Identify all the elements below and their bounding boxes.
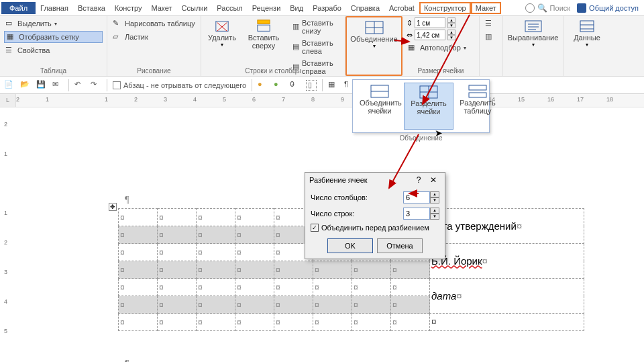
table-cell[interactable]: ¤ [430,314,584,331]
cols-down[interactable]: ▼ [430,197,439,203]
menu-home[interactable]: Главная [36,2,73,14]
table-cell[interactable]: ¤ [158,261,197,279]
menu-file[interactable]: Файл [1,2,36,14]
table-cell[interactable]: ¤ [352,261,391,279]
approval-cell[interactable]: ента утверждений¤ [430,209,584,244]
table-cell[interactable]: ¤ [197,261,235,279]
height-up[interactable]: ▲ [447,17,455,23]
table-cell[interactable]: ¤ [158,314,197,331]
table-move-handle[interactable]: ✥ [109,203,117,211]
merge-cells-button[interactable]: Объединить ячейки [356,83,404,130]
merge-dropdown[interactable]: Объединение ▾ [351,19,397,50]
table-cell[interactable]: ¤ [391,314,430,331]
table-cell[interactable]: ¤ [158,209,197,226]
table-cell[interactable]: ¤ [235,296,274,314]
table-cell[interactable]: ¤ [274,296,313,314]
table-cell[interactable]: ¤ [158,226,197,244]
table-cell[interactable]: ¤ [119,209,158,226]
merge-before-checkbox[interactable]: ✓ Объединить перед разбиением [311,224,439,232]
width-down[interactable]: ▼ [447,35,455,40]
qat-undo-icon[interactable]: ↶ [74,80,85,91]
share-button[interactable]: Общий доступ [573,2,643,14]
dist-rows-button[interactable]: ☰ [484,17,498,30]
width-up[interactable]: ▲ [447,30,455,35]
table-cell[interactable]: ¤ [391,261,430,279]
dialog-close-button[interactable]: ✕ [426,175,441,185]
table-cell[interactable]: ¤ [158,296,197,314]
table-cell[interactable]: ¤ [313,279,352,296]
table-cell[interactable]: ¤ [352,279,391,296]
menu-help[interactable]: Справка [346,2,384,14]
insert-top-button[interactable]: Вставить сверху [241,17,286,51]
qat-redo-icon[interactable]: ↷ [91,80,101,91]
split-cells-button[interactable]: Разделить ячейки [404,83,453,130]
table-cell[interactable]: ¤ [197,209,235,226]
width-input[interactable] [415,30,445,40]
alignment-dropdown[interactable]: Выравнивание ▾ [507,17,559,49]
qat-new-icon[interactable]: 📄 [4,80,15,91]
dist-cols-button[interactable]: ▥ [484,31,498,43]
select-button[interactable]: ▭Выделить▾ [4,17,103,30]
menu-table-layout[interactable]: Макет [471,2,501,14]
table-cell[interactable]: ¤ [235,226,274,244]
name-cell[interactable]: Б.Й. Йорик¤ [430,244,584,279]
menu-dev[interactable]: Разрабо [308,2,346,14]
split-table-button[interactable]: Разделить таблицу [453,83,502,130]
autofit-button[interactable]: ▦Автоподбор▾ [407,42,475,54]
table-cell[interactable]: ¤ [235,279,274,296]
delete-button[interactable]: Удалить ▾ [205,17,239,49]
table-cell[interactable]: ¤ [235,261,274,279]
qat-field-lock[interactable]: ▯ [306,80,317,91]
table-cell[interactable]: ¤ [274,314,313,331]
table-cell[interactable]: ¤ [352,314,391,331]
cols-input[interactable] [403,191,430,203]
dialog-titlebar[interactable]: Разбиение ячеек ? ✕ [305,173,445,187]
table-cell[interactable]: ¤ [313,296,352,314]
qat-save-icon[interactable]: 💾 [36,80,47,91]
menu-view[interactable]: Вид [285,2,308,14]
table-cell[interactable]: ¤ [197,226,235,244]
qat-mail-icon[interactable]: ✉ [52,80,63,91]
menu-insert[interactable]: Вставка [73,2,110,14]
table-cell[interactable]: ¤ [391,279,430,296]
search-icon[interactable]: 🔍 [537,3,547,13]
qat-table-icon[interactable]: ▦ [328,80,339,91]
table-cell[interactable]: ¤ [119,261,158,279]
rows-input[interactable] [403,208,430,220]
menu-table-design[interactable]: Конструктор [419,2,471,14]
table-cell[interactable]: ¤ [352,296,391,314]
menu-mailings[interactable]: Рассыл [212,2,247,14]
draw-table-button[interactable]: ✎Нарисовать таблицу [111,17,197,30]
qat-open-icon[interactable]: 📂 [20,80,31,91]
height-input[interactable] [415,17,445,28]
table-cell[interactable]: ¤ [313,261,352,279]
table-cell[interactable]: ¤ [313,314,352,331]
table-cell[interactable]: ¤ [119,244,158,261]
col-width-field[interactable]: ⇔ ▲▼ [407,30,475,40]
table-cell[interactable]: ¤ [158,244,197,261]
table-cell[interactable]: ¤ [197,296,235,314]
table-cell[interactable]: ¤ [274,261,313,279]
qat-dot1[interactable]: ● [258,80,268,91]
cancel-button[interactable]: Отмена [377,238,423,253]
table-cell[interactable]: ¤ [158,279,197,296]
data-dropdown[interactable]: Данные ▾ [568,17,606,49]
table-cell[interactable]: ¤ [274,279,313,296]
table-cell[interactable]: ¤ [197,279,235,296]
rows-up[interactable]: ▲ [430,208,439,214]
eraser-button[interactable]: ▱Ластик [111,31,197,43]
menu-acrobat[interactable]: Acrobat [384,2,419,14]
properties-button[interactable]: ☰Свойства [4,44,103,56]
insert-below-button[interactable]: ▥Вставить снизу [291,17,341,36]
para-keep-with-next[interactable]: Абзац - не отрывать от следующего [113,81,246,89]
table-cell[interactable]: ¤ [119,279,158,296]
feedback-icon[interactable] [525,3,535,13]
table-cell[interactable]: ¤ [119,296,158,314]
table-cell[interactable]: ¤ [119,226,158,244]
table-cell[interactable]: ¤ [119,314,158,331]
menu-construct[interactable]: Констру [110,2,147,14]
table-cell[interactable]: ¤ [197,314,235,331]
insert-left-button[interactable]: ▤Вставить слева [291,38,341,56]
rows-down[interactable]: ▼ [430,214,439,220]
table-cell[interactable]: ¤ [235,244,274,261]
